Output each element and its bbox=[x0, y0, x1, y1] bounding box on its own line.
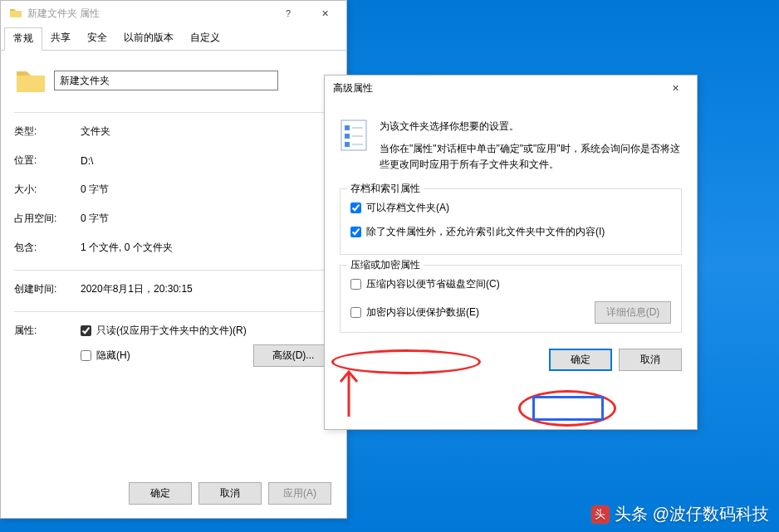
adv-cancel-button[interactable]: 取消 bbox=[619, 349, 682, 371]
adv-ok-button[interactable]: 确定 bbox=[549, 349, 612, 371]
archive-section: 存档和索引属性 可以存档文件夹(A) 除了文件属性外，还允许索引此文件夹中文件的… bbox=[340, 188, 682, 255]
adv-intro2: 当你在"属性"对话框中单击"确定"或"应用"时，系统会询问你是否将这些更改同时应… bbox=[380, 141, 682, 173]
svg-rect-3 bbox=[345, 142, 350, 147]
watermark-prefix: 头条 bbox=[615, 503, 648, 525]
adv-title: 高级属性 bbox=[328, 81, 657, 95]
tab-general[interactable]: 常规 bbox=[4, 27, 42, 51]
adv-titlebar: 高级属性 ✕ bbox=[325, 76, 697, 100]
watermark-handle: @波仔数码科技 bbox=[653, 503, 769, 525]
size-value: 0 字节 bbox=[81, 183, 333, 197]
advanced-attributes-dialog: 高级属性 ✕ 为该文件夹选择你想要的设置。 当你在"属性"对话框中单击"确定"或… bbox=[324, 75, 698, 430]
tab-security[interactable]: 安全 bbox=[79, 27, 115, 50]
ok-button[interactable]: 确定 bbox=[129, 482, 192, 505]
compress-section: 压缩或加密属性 压缩内容以便节省磁盘空间(C) 加密内容以便保护数据(E) 详细… bbox=[340, 265, 682, 333]
created-value: 2020年8月1日，20:30:15 bbox=[81, 282, 333, 296]
tabs: 常规 共享 安全 以前的版本 自定义 bbox=[1, 27, 346, 51]
created-label: 创建时间: bbox=[14, 282, 81, 296]
details-button[interactable]: 详细信息(D) bbox=[595, 301, 671, 324]
tab-content-general: 类型:文件夹 位置:D:\ 大小:0 字节 占用空间:0 字节 包含:1 个文件… bbox=[1, 51, 346, 402]
folder-icon bbox=[9, 7, 22, 20]
index-label: 除了文件属性外，还允许索引此文件夹中文件的内容(I) bbox=[366, 225, 605, 239]
cancel-button[interactable]: 取消 bbox=[198, 482, 262, 505]
contains-value: 1 个文件, 0 个文件夹 bbox=[81, 241, 333, 255]
size-disk-label: 占用空间: bbox=[14, 212, 81, 226]
adv-intro-row: 为该文件夹选择你想要的设置。 当你在"属性"对话框中单击"确定"或"应用"时，系… bbox=[340, 119, 682, 173]
tab-share[interactable]: 共享 bbox=[42, 27, 79, 50]
folder-large-icon bbox=[14, 64, 47, 97]
window-title: 新建文件夹 属性 bbox=[27, 7, 270, 21]
readonly-label: 只读(仅应用于文件夹中的文件)(R) bbox=[96, 324, 247, 338]
help-button[interactable]: ? bbox=[270, 2, 306, 25]
close-button[interactable]: ✕ bbox=[306, 2, 343, 25]
encrypt-checkbox[interactable] bbox=[350, 307, 361, 318]
hidden-label: 隐藏(H) bbox=[96, 349, 130, 363]
type-label: 类型: bbox=[14, 124, 81, 139]
archive-checkbox[interactable] bbox=[350, 203, 361, 213]
toutiao-logo-icon: 头 bbox=[591, 505, 610, 524]
size-label: 大小: bbox=[14, 183, 81, 197]
compress-label: 压缩内容以便节省磁盘空间(C) bbox=[366, 277, 500, 291]
apply-button[interactable]: 应用(A) bbox=[268, 482, 331, 505]
titlebar: 新建文件夹 属性 ? ✕ bbox=[1, 1, 346, 26]
type-value: 文件夹 bbox=[81, 124, 333, 139]
compress-legend: 压缩或加密属性 bbox=[347, 258, 424, 272]
svg-rect-1 bbox=[345, 125, 350, 130]
readonly-checkbox[interactable] bbox=[81, 325, 91, 336]
encrypt-label: 加密内容以便保护数据(E) bbox=[366, 305, 479, 320]
attributes-label: 属性: bbox=[14, 324, 81, 338]
properties-window: 新建文件夹 属性 ? ✕ 常规 共享 安全 以前的版本 自定义 类型:文件夹 位… bbox=[0, 0, 347, 519]
settings-sheet-icon bbox=[340, 119, 368, 152]
index-checkbox[interactable] bbox=[350, 227, 361, 237]
folder-name-input[interactable] bbox=[54, 71, 278, 90]
location-label: 位置: bbox=[14, 154, 81, 168]
watermark: 头 头条 @波仔数码科技 bbox=[591, 503, 769, 525]
tab-previous-versions[interactable]: 以前的版本 bbox=[115, 27, 182, 50]
compress-checkbox[interactable] bbox=[350, 279, 361, 290]
size-disk-value: 0 字节 bbox=[81, 212, 333, 226]
adv-intro1: 为该文件夹选择你想要的设置。 bbox=[380, 119, 682, 134]
hidden-checkbox[interactable] bbox=[81, 350, 91, 361]
tab-customize[interactable]: 自定义 bbox=[182, 27, 228, 50]
advanced-button[interactable]: 高级(D)... bbox=[253, 344, 333, 367]
adv-close-button[interactable]: ✕ bbox=[657, 76, 693, 100]
archive-label: 可以存档文件夹(A) bbox=[366, 201, 449, 215]
svg-rect-2 bbox=[345, 134, 350, 139]
contains-label: 包含: bbox=[14, 241, 81, 255]
archive-legend: 存档和索引属性 bbox=[347, 182, 424, 196]
location-value: D:\ bbox=[81, 155, 333, 167]
